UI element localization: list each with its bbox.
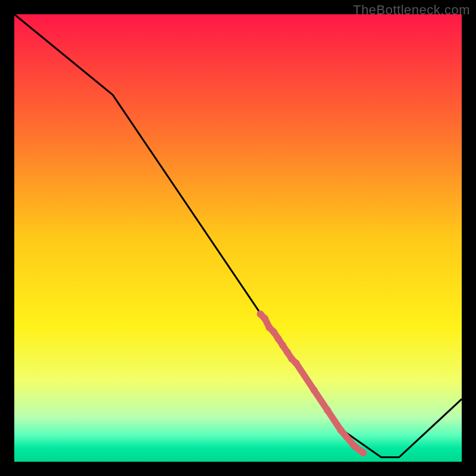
data-marker	[270, 328, 277, 336]
chart-plot-area	[0, 0, 476, 476]
data-marker	[284, 349, 291, 356]
data-marker	[279, 342, 286, 349]
bottleneck-chart: TheBottleneck.com	[0, 0, 476, 476]
data-marker	[360, 449, 367, 456]
chart-background-gradient	[14, 14, 462, 462]
data-marker	[337, 427, 345, 434]
data-marker	[261, 315, 268, 322]
watermark-text: TheBottleneck.com	[353, 2, 470, 18]
data-marker	[324, 407, 331, 414]
data-marker	[275, 335, 282, 342]
data-marker	[311, 387, 318, 394]
data-marker	[293, 360, 300, 367]
data-marker	[351, 443, 358, 450]
